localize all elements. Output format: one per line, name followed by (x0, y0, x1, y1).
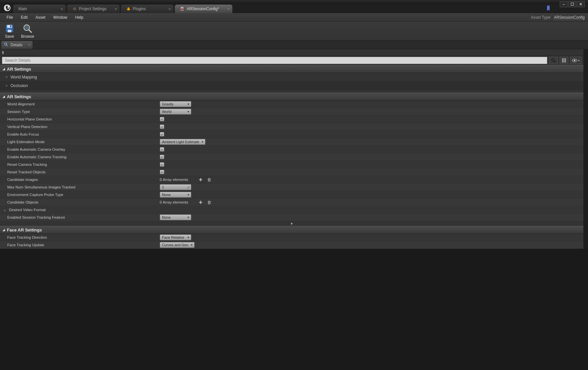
reset-obj-checkbox[interactable]: ✓ (160, 170, 164, 174)
asset-icon (180, 7, 185, 11)
expand-icon: ▷ (6, 76, 8, 78)
search-button[interactable] (549, 57, 558, 64)
reset-cam-checkbox[interactable]: ✓ (160, 162, 164, 167)
light-estimation-dropdown[interactable]: Ambient Light Estimate (160, 139, 205, 145)
pin-icon[interactable]: ▮ (2, 50, 4, 54)
row-video-format[interactable]: ▷ Desired Video Format (0, 206, 583, 214)
tab-close-icon[interactable]: × (114, 7, 117, 11)
tab-arsessionconfig[interactable]: ARSessionConfig* × (175, 5, 232, 13)
row-candidate-objects: Candidate Objects 0 Array elements ✚ 🗑 (0, 199, 583, 206)
tab-close-icon[interactable]: × (227, 7, 230, 11)
menu-help[interactable]: Help (71, 13, 87, 22)
prop-label: Enable Auto Focus (0, 132, 158, 136)
gear-icon (72, 7, 77, 11)
svg-rect-16 (565, 58, 566, 59)
unreal-logo-icon (3, 3, 12, 12)
svg-rect-14 (562, 58, 563, 59)
prop-label: ▷ Desired Video Format (0, 208, 158, 212)
svg-rect-22 (565, 61, 566, 62)
clear-array-icon[interactable]: 🗑 (206, 200, 212, 205)
tab-main[interactable]: Main × (13, 5, 66, 13)
tab-close-icon[interactable]: × (168, 7, 171, 11)
row-cam-overlay: Enable Automatic Camera Overlay ✓ (0, 146, 583, 153)
expand-advanced-button[interactable]: ▼ (0, 221, 583, 226)
tab-plugins[interactable]: Plugins × (121, 5, 174, 13)
minimize-button[interactable]: – (560, 1, 568, 7)
add-element-icon[interactable]: ✚ (198, 177, 203, 182)
cam-tracking-checkbox[interactable]: ✓ (160, 155, 164, 159)
tab-label: Plugins (133, 7, 146, 11)
face-update-dropdown[interactable]: Curves and Geo (160, 242, 195, 248)
menu-file[interactable]: File (3, 13, 17, 22)
world-alignment-dropdown[interactable]: Gravity (160, 101, 191, 107)
bookmark-icon[interactable] (546, 5, 552, 12)
prop-label: Candidate Objects (0, 200, 158, 204)
tab-label: Main (18, 7, 27, 11)
array-count: 0 Array elements (160, 178, 188, 182)
prop-label: Reset Camera Tracking (0, 163, 158, 166)
env-probe-dropdown[interactable]: None (160, 192, 191, 198)
tab-project-settings[interactable]: Project Settings × (67, 5, 120, 13)
section-title: Face AR Settings (7, 228, 42, 232)
prop-label: Face Tracking Update (0, 243, 158, 247)
session-feature-dropdown[interactable]: None (160, 214, 191, 220)
browse-icon (23, 24, 33, 33)
svg-point-9 (25, 26, 29, 29)
row-world-alignment: World Alignment Gravity (0, 100, 583, 108)
save-button[interactable]: Save (5, 24, 14, 39)
save-label: Save (5, 34, 14, 39)
svg-line-11 (7, 45, 8, 46)
view-options-button[interactable]: ▼ (570, 57, 581, 64)
asset-type-value[interactable]: ARSessionConfig (554, 15, 585, 20)
horizontal-plane-checkbox[interactable]: ✓ (160, 117, 164, 121)
menu-asset[interactable]: Asset (32, 13, 49, 22)
menu-edit[interactable]: Edit (17, 13, 32, 22)
svg-rect-5 (8, 30, 11, 32)
pin-bar: ▮ (0, 49, 583, 56)
tab-close-icon[interactable]: × (60, 7, 63, 11)
add-element-icon[interactable]: ✚ (198, 200, 203, 205)
matrix-view-button[interactable] (560, 57, 568, 64)
section-ar-settings-1[interactable]: ◢ AR Settings (0, 65, 583, 73)
session-type-dropdown[interactable]: World (160, 109, 191, 115)
svg-rect-15 (564, 58, 565, 59)
svg-rect-2 (181, 8, 183, 9)
menu-window[interactable]: Window (49, 13, 71, 22)
cam-overlay-checkbox[interactable]: ✓ (160, 147, 164, 152)
menu-bar: File Edit Asset Window Help Asset Type: … (0, 13, 588, 22)
collapse-icon: ◢ (3, 228, 5, 231)
subrow-label: World Mapping (11, 75, 37, 79)
svg-rect-6 (10, 25, 12, 27)
subrow-world-mapping[interactable]: ▷ World Mapping (0, 73, 583, 81)
face-direction-dropdown[interactable]: Face Relative (160, 234, 191, 240)
max-num-input[interactable]: 1 (160, 184, 191, 190)
vertical-plane-checkbox[interactable]: ✓ (160, 124, 164, 129)
tab-close-icon[interactable]: × (28, 43, 31, 47)
search-input[interactable] (2, 57, 547, 64)
browse-button[interactable]: Browse (21, 24, 34, 39)
prop-label: Reset Tracked Objects (0, 170, 158, 174)
row-max-num: Max Num Simultaneous Images Tracked 1 (0, 184, 583, 191)
collapse-icon: ◢ (3, 95, 5, 98)
details-tab[interactable]: Details × (1, 41, 33, 49)
subrow-occlusion[interactable]: ▷ Occlusion (0, 81, 583, 90)
prop-label: Face Tracking Direction (0, 235, 158, 239)
prop-label: World Alignment (0, 102, 158, 106)
svg-rect-19 (565, 60, 566, 61)
row-env-probe: Environment Capture Probe Type None (0, 191, 583, 199)
clear-array-icon[interactable]: 🗑 (206, 177, 212, 182)
section-ar-settings-2[interactable]: ◢ AR Settings (0, 93, 583, 100)
row-light-estimation: Light Estimation Mode Ambient Light Esti… (0, 138, 583, 146)
svg-point-0 (74, 8, 75, 10)
close-button[interactable]: ✕ (577, 1, 585, 7)
section-face-ar[interactable]: ◢ Face AR Settings (0, 226, 583, 234)
expand-icon: ▷ (4, 209, 6, 212)
prop-label: Session Type (0, 110, 158, 114)
details-tab-label: Details (11, 43, 23, 47)
maximize-button[interactable]: ☐ (568, 1, 576, 7)
auto-focus-checkbox[interactable]: ✓ (160, 132, 164, 137)
svg-line-13 (554, 61, 555, 62)
array-count: 0 Array elements (160, 200, 188, 204)
row-cam-tracking: Enable Automatic Camera Tracking ✓ (0, 153, 583, 161)
details-panel: ◢ AR Settings ▷ World Mapping ▷ Occlusio… (0, 65, 583, 249)
